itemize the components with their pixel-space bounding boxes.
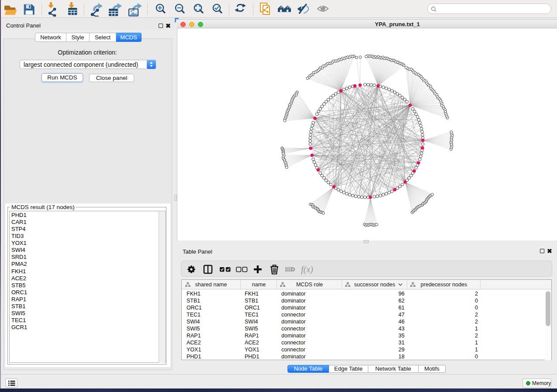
svg-text:f(x): f(x): [301, 265, 313, 275]
